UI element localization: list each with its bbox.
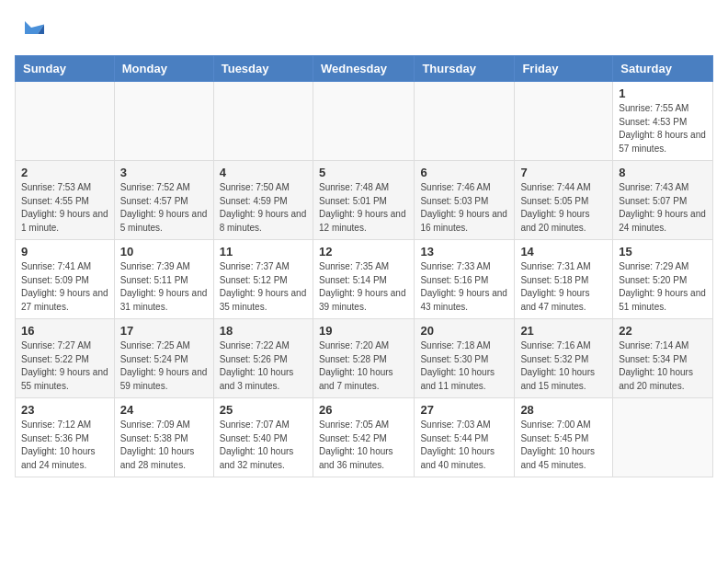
calendar-cell: 19Sunrise: 7:20 AM Sunset: 5:28 PM Dayli… — [313, 319, 414, 398]
calendar-cell — [114, 82, 213, 161]
day-info: Sunrise: 7:14 AM Sunset: 5:34 PM Dayligh… — [619, 339, 707, 393]
day-info: Sunrise: 7:50 AM Sunset: 4:59 PM Dayligh… — [220, 181, 307, 235]
week-row-1: 2Sunrise: 7:53 AM Sunset: 4:55 PM Daylig… — [16, 161, 713, 240]
day-number: 1 — [619, 86, 707, 100]
week-row-0: 1Sunrise: 7:55 AM Sunset: 4:53 PM Daylig… — [16, 82, 713, 161]
day-number: 27 — [420, 403, 508, 417]
day-info: Sunrise: 7:41 AM Sunset: 5:09 PM Dayligh… — [21, 260, 108, 314]
day-number: 13 — [420, 245, 508, 259]
day-header-thursday: Thursday — [415, 56, 515, 82]
calendar-table: SundayMondayTuesdayWednesdayThursdayFrid… — [15, 55, 713, 477]
day-info: Sunrise: 7:31 AM Sunset: 5:18 PM Dayligh… — [520, 260, 607, 314]
calendar-cell: 2Sunrise: 7:53 AM Sunset: 4:55 PM Daylig… — [16, 161, 115, 240]
calendar-cell: 8Sunrise: 7:43 AM Sunset: 5:07 PM Daylig… — [613, 161, 713, 240]
day-info: Sunrise: 7:18 AM Sunset: 5:30 PM Dayligh… — [420, 339, 508, 393]
calendar-header-row: SundayMondayTuesdayWednesdayThursdayFrid… — [16, 56, 713, 82]
calendar-cell: 23Sunrise: 7:12 AM Sunset: 5:36 PM Dayli… — [16, 398, 115, 477]
calendar-cell: 18Sunrise: 7:22 AM Sunset: 5:26 PM Dayli… — [213, 319, 313, 398]
day-number: 2 — [21, 166, 108, 179]
calendar-cell: 12Sunrise: 7:35 AM Sunset: 5:14 PM Dayli… — [313, 240, 414, 319]
day-header-sunday: Sunday — [16, 56, 115, 82]
day-info: Sunrise: 7:00 AM Sunset: 5:45 PM Dayligh… — [520, 419, 607, 472]
week-row-4: 23Sunrise: 7:12 AM Sunset: 5:36 PM Dayli… — [16, 398, 713, 477]
day-header-saturday: Saturday — [613, 56, 713, 82]
day-info: Sunrise: 7:52 AM Sunset: 4:57 PM Dayligh… — [120, 181, 208, 235]
day-header-wednesday: Wednesday — [313, 56, 414, 82]
day-number: 19 — [319, 324, 408, 338]
day-number: 6 — [420, 166, 508, 179]
calendar-cell — [213, 82, 313, 161]
day-number: 25 — [220, 403, 307, 417]
day-number: 8 — [619, 166, 707, 179]
day-info: Sunrise: 7:05 AM Sunset: 5:42 PM Dayligh… — [319, 419, 408, 472]
day-number: 4 — [220, 166, 307, 179]
day-number: 18 — [220, 324, 307, 338]
day-info: Sunrise: 7:44 AM Sunset: 5:05 PM Dayligh… — [520, 181, 607, 235]
calendar-cell: 20Sunrise: 7:18 AM Sunset: 5:30 PM Dayli… — [415, 319, 515, 398]
day-number: 20 — [420, 324, 508, 338]
calendar-cell: 24Sunrise: 7:09 AM Sunset: 5:38 PM Dayli… — [114, 398, 213, 477]
day-number: 22 — [619, 324, 707, 338]
calendar-cell: 27Sunrise: 7:03 AM Sunset: 5:44 PM Dayli… — [415, 398, 515, 477]
calendar-cell: 4Sunrise: 7:50 AM Sunset: 4:59 PM Daylig… — [213, 161, 313, 240]
day-number: 14 — [520, 245, 607, 259]
day-number: 17 — [120, 324, 208, 338]
day-number: 28 — [520, 403, 607, 417]
day-number: 9 — [21, 245, 108, 259]
day-info: Sunrise: 7:03 AM Sunset: 5:44 PM Dayligh… — [420, 419, 508, 472]
calendar-cell: 13Sunrise: 7:33 AM Sunset: 5:16 PM Dayli… — [415, 240, 515, 319]
calendar-cell — [515, 82, 613, 161]
day-info: Sunrise: 7:39 AM Sunset: 5:11 PM Dayligh… — [120, 260, 208, 314]
day-number: 24 — [120, 403, 208, 417]
day-info: Sunrise: 7:20 AM Sunset: 5:28 PM Dayligh… — [319, 339, 408, 393]
day-number: 21 — [520, 324, 607, 338]
day-header-tuesday: Tuesday — [213, 56, 313, 82]
day-info: Sunrise: 7:22 AM Sunset: 5:26 PM Dayligh… — [220, 339, 307, 393]
day-number: 12 — [319, 245, 408, 259]
calendar-cell: 28Sunrise: 7:00 AM Sunset: 5:45 PM Dayli… — [515, 398, 613, 477]
day-number: 23 — [21, 403, 108, 417]
calendar-cell: 17Sunrise: 7:25 AM Sunset: 5:24 PM Dayli… — [114, 319, 213, 398]
day-info: Sunrise: 7:07 AM Sunset: 5:40 PM Dayligh… — [220, 419, 307, 472]
day-info: Sunrise: 7:48 AM Sunset: 5:01 PM Dayligh… — [319, 181, 408, 235]
day-info: Sunrise: 7:43 AM Sunset: 5:07 PM Dayligh… — [619, 181, 707, 235]
day-number: 15 — [619, 245, 707, 259]
day-number: 10 — [120, 245, 208, 259]
day-info: Sunrise: 7:35 AM Sunset: 5:14 PM Dayligh… — [319, 260, 408, 314]
calendar-cell: 16Sunrise: 7:27 AM Sunset: 5:22 PM Dayli… — [16, 319, 115, 398]
calendar-cell: 26Sunrise: 7:05 AM Sunset: 5:42 PM Dayli… — [313, 398, 414, 477]
day-info: Sunrise: 7:46 AM Sunset: 5:03 PM Dayligh… — [420, 181, 508, 235]
day-number: 26 — [319, 403, 408, 417]
week-row-2: 9Sunrise: 7:41 AM Sunset: 5:09 PM Daylig… — [16, 240, 713, 319]
calendar-cell: 15Sunrise: 7:29 AM Sunset: 5:20 PM Dayli… — [613, 240, 713, 319]
day-info: Sunrise: 7:55 AM Sunset: 4:53 PM Dayligh… — [619, 102, 707, 155]
day-number: 11 — [220, 245, 307, 259]
calendar-cell: 3Sunrise: 7:52 AM Sunset: 4:57 PM Daylig… — [114, 161, 213, 240]
day-info: Sunrise: 7:16 AM Sunset: 5:32 PM Dayligh… — [520, 339, 607, 393]
day-info: Sunrise: 7:53 AM Sunset: 4:55 PM Dayligh… — [21, 181, 108, 235]
calendar-cell: 6Sunrise: 7:46 AM Sunset: 5:03 PM Daylig… — [415, 161, 515, 240]
day-info: Sunrise: 7:29 AM Sunset: 5:20 PM Dayligh… — [619, 260, 707, 314]
calendar-cell: 9Sunrise: 7:41 AM Sunset: 5:09 PM Daylig… — [16, 240, 115, 319]
day-info: Sunrise: 7:27 AM Sunset: 5:22 PM Dayligh… — [21, 339, 108, 393]
calendar-cell — [613, 398, 713, 477]
calendar-cell — [16, 82, 115, 161]
calendar-cell: 14Sunrise: 7:31 AM Sunset: 5:18 PM Dayli… — [515, 240, 613, 319]
page-header — [15, 15, 713, 44]
day-number: 16 — [21, 324, 108, 338]
calendar-cell — [415, 82, 515, 161]
day-info: Sunrise: 7:33 AM Sunset: 5:16 PM Dayligh… — [420, 260, 508, 314]
calendar-cell: 21Sunrise: 7:16 AM Sunset: 5:32 PM Dayli… — [515, 319, 613, 398]
day-header-monday: Monday — [114, 56, 213, 82]
day-info: Sunrise: 7:09 AM Sunset: 5:38 PM Dayligh… — [120, 419, 208, 472]
calendar-cell: 5Sunrise: 7:48 AM Sunset: 5:01 PM Daylig… — [313, 161, 414, 240]
day-header-friday: Friday — [515, 56, 613, 82]
day-info: Sunrise: 7:12 AM Sunset: 5:36 PM Dayligh… — [21, 419, 108, 472]
calendar-cell — [313, 82, 414, 161]
day-number: 3 — [120, 166, 208, 179]
day-info: Sunrise: 7:37 AM Sunset: 5:12 PM Dayligh… — [220, 260, 307, 314]
day-info: Sunrise: 7:25 AM Sunset: 5:24 PM Dayligh… — [120, 339, 208, 393]
calendar-cell: 11Sunrise: 7:37 AM Sunset: 5:12 PM Dayli… — [213, 240, 313, 319]
calendar-cell: 25Sunrise: 7:07 AM Sunset: 5:40 PM Dayli… — [213, 398, 313, 477]
calendar-cell: 22Sunrise: 7:14 AM Sunset: 5:34 PM Dayli… — [613, 319, 713, 398]
